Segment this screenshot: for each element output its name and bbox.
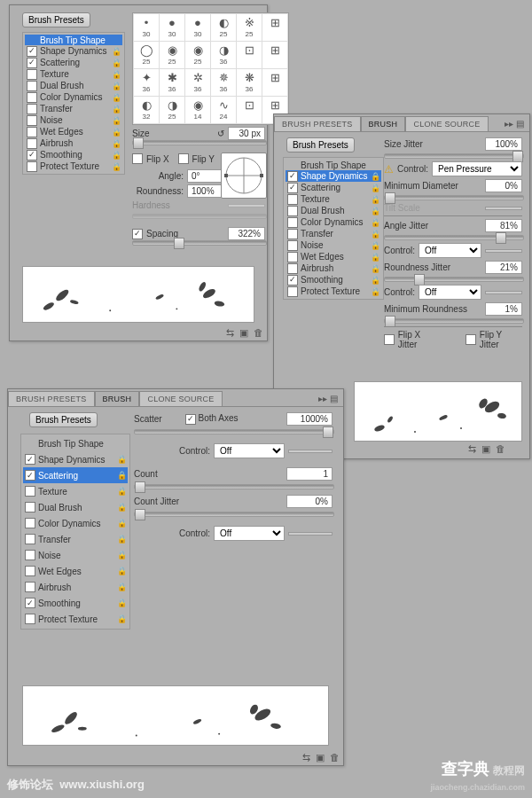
trash-icon[interactable]: 🗑	[254, 327, 263, 339]
lock-icon[interactable]: 🔒	[371, 184, 379, 192]
count-jitter-control-select[interactable]: Off	[214, 526, 285, 541]
brush-thumb[interactable]: ⊞	[262, 14, 287, 41]
option-checkbox[interactable]	[27, 69, 37, 80]
tab-clone-source[interactable]: CLONE SOURCE	[139, 391, 222, 406]
count-jitter-field[interactable]: 0%	[286, 495, 332, 508]
option-checkbox[interactable]	[25, 486, 35, 497]
option-checkbox[interactable]	[287, 263, 298, 274]
brush-thumb[interactable]: ✱36	[160, 69, 184, 96]
brush-thumb[interactable]: ●30	[160, 14, 184, 41]
lock-icon[interactable]: 🔒	[112, 59, 121, 67]
lock-icon[interactable]: 🔒	[117, 471, 126, 480]
option-protect-texture[interactable]: Protect Texture🔒	[286, 286, 381, 297]
tab-brush-presets[interactable]: BRUSH PRESETS	[274, 116, 361, 131]
option-checkbox[interactable]	[25, 454, 35, 465]
count-jitter-slider[interactable]	[134, 512, 334, 517]
lock-icon[interactable]: 🔒	[117, 598, 126, 607]
lock-icon[interactable]: 🔒	[112, 139, 121, 148]
brush-thumb[interactable]: ⊡	[237, 42, 262, 68]
trash-icon[interactable]: 🗑	[496, 443, 505, 455]
brush-thumb[interactable]: ◉25	[185, 42, 210, 68]
new-icon[interactable]: ▣	[239, 327, 248, 339]
lock-icon[interactable]: 🔒	[117, 535, 126, 544]
lock-icon[interactable]: 🔒	[371, 195, 379, 204]
lock-icon[interactable]: 🔒	[117, 583, 126, 591]
brush-thumb[interactable]: ◐25	[211, 14, 236, 41]
toggle-icon[interactable]: ⇆	[302, 752, 310, 763]
lock-icon[interactable]: 🔒	[371, 241, 379, 250]
option-checkbox[interactable]	[25, 582, 35, 592]
lock-icon[interactable]: 🔒	[371, 253, 379, 262]
flip-y-jitter-checkbox[interactable]	[466, 334, 476, 345]
lock-icon[interactable]: 🔒	[117, 503, 126, 512]
option-shape-dynamics[interactable]: Shape Dynamics🔒	[286, 170, 381, 182]
lock-icon[interactable]: 🔒	[112, 105, 121, 113]
option-color-dynamics[interactable]: Color Dynamics🔒	[286, 216, 381, 228]
size-slider[interactable]	[132, 140, 267, 145]
brush-thumb[interactable]: ◉25	[160, 42, 184, 68]
tab-brush[interactable]: BRUSH	[95, 391, 140, 406]
option-checkbox[interactable]	[27, 161, 37, 172]
lock-icon[interactable]: 🔒	[117, 455, 126, 464]
option-wet-edges[interactable]: Wet Edges🔒	[23, 563, 128, 579]
option-brush-tip-shape[interactable]: Brush Tip Shape	[25, 35, 122, 45]
option-checkbox[interactable]	[287, 229, 298, 239]
collapse-icon[interactable]: ▸▸ ▤	[313, 391, 343, 406]
brush-thumb[interactable]: ✲36	[185, 69, 210, 96]
min-diameter-slider[interactable]	[384, 195, 524, 200]
lock-icon[interactable]: 🔒	[112, 116, 121, 125]
round-control-select[interactable]: Off	[419, 285, 481, 300]
option-airbrush[interactable]: Airbrush🔒	[23, 579, 128, 595]
brush-thumb[interactable]: ●30	[185, 14, 210, 41]
roundness-field[interactable]: 100%	[187, 184, 224, 198]
option-smoothing[interactable]: Smoothing🔒	[25, 149, 122, 160]
option-checkbox[interactable]	[27, 138, 37, 149]
option-noise[interactable]: Noise🔒	[286, 239, 381, 251]
option-wet-edges[interactable]: Wet Edges🔒	[286, 251, 381, 262]
lock-icon[interactable]: 🔒	[371, 207, 379, 215]
option-checkbox[interactable]	[27, 104, 37, 114]
option-scattering[interactable]: Scattering🔒	[23, 467, 128, 483]
brush-thumbnail-grid[interactable]: •30●30●30◐25※25⊞◯25◉25◉25◑36⊡⊞✦36✱36✲36✵…	[132, 12, 289, 125]
brush-presets-button[interactable]: Brush Presets	[286, 137, 355, 153]
brush-thumb[interactable]: ❋36	[237, 69, 262, 96]
angle-jitter-field[interactable]: 81%	[485, 219, 522, 232]
option-checkbox[interactable]	[27, 150, 37, 160]
lock-icon[interactable]: 🔒	[112, 93, 121, 102]
count-slider[interactable]	[134, 484, 334, 489]
angle-widget[interactable]	[221, 153, 267, 199]
lock-icon[interactable]: 🔒	[112, 70, 121, 79]
brush-thumb[interactable]: ⊞	[262, 69, 287, 96]
option-transfer[interactable]: Transfer🔒	[286, 228, 381, 239]
option-protect-texture[interactable]: Protect Texture🔒	[23, 611, 128, 627]
option-texture[interactable]: Texture🔒	[23, 483, 128, 499]
option-texture[interactable]: Texture🔒	[25, 68, 122, 80]
lock-icon[interactable]: 🔒	[112, 47, 121, 56]
lock-icon[interactable]: 🔒	[117, 614, 126, 623]
lock-icon[interactable]: 🔒	[371, 287, 379, 296]
size-jitter-slider[interactable]	[384, 153, 524, 159]
scatter-slider[interactable]	[134, 429, 334, 434]
lock-icon[interactable]: 🔒	[371, 218, 379, 227]
lock-icon[interactable]: 🔒	[371, 276, 379, 285]
option-checkbox[interactable]	[287, 252, 298, 262]
brush-thumb[interactable]: ◉14	[185, 97, 210, 123]
option-color-dynamics[interactable]: Color Dynamics🔒	[25, 91, 122, 103]
lock-icon[interactable]: 🔒	[117, 551, 126, 559]
option-checkbox[interactable]	[27, 58, 37, 68]
option-noise[interactable]: Noise🔒	[23, 547, 128, 563]
flip-y-checkbox[interactable]	[178, 153, 189, 164]
lock-icon[interactable]: 🔒	[371, 230, 379, 239]
min-diameter-field[interactable]: 0%	[485, 179, 522, 192]
option-transfer[interactable]: Transfer🔒	[23, 531, 128, 547]
option-checkbox[interactable]	[27, 115, 37, 126]
option-checkbox[interactable]	[287, 183, 298, 193]
option-wet-edges[interactable]: Wet Edges🔒	[25, 126, 122, 137]
spacing-slider[interactable]	[132, 240, 267, 246]
option-checkbox[interactable]	[27, 127, 37, 137]
option-brush-tip-shape[interactable]: Brush Tip Shape	[23, 436, 128, 451]
tab-brush[interactable]: BRUSH	[361, 116, 406, 131]
lock-icon[interactable]: 🔒	[112, 162, 121, 171]
option-scattering[interactable]: Scattering🔒	[25, 57, 122, 68]
option-checkbox[interactable]	[25, 534, 35, 544]
